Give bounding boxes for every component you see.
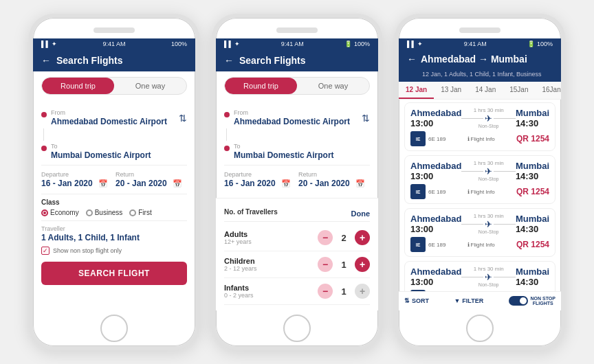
to-field-2[interactable]: To Mumbai Domestic Airport (224, 141, 370, 162)
return-col-2[interactable]: Return 20 - Jan 2020 📅 (298, 171, 370, 188)
economy-label-1: Economy (50, 209, 79, 216)
header-1: ← Search Flights (33, 49, 195, 71)
adults-age: 12+ years (224, 238, 252, 245)
business-radio-1 (86, 209, 93, 216)
back-arrow-2[interactable]: ← (224, 55, 234, 66)
from-field-1[interactable]: From Ahmedabad Domestic Airport ⇅ (41, 107, 187, 128)
search-button-1[interactable]: SEARCH FLIGHT (41, 262, 187, 285)
phone-2: ▌▌ ✦ 9:41 AM 🔋 100% ← Search Flights Rou… (212, 14, 382, 350)
flight-info-link-2[interactable]: ℹ Flight Info (468, 242, 495, 248)
infants-minus-btn[interactable]: − (318, 284, 333, 299)
date-tab-3[interactable]: 15Jan (503, 82, 535, 99)
infants-counter: − 1 + (318, 284, 370, 299)
flight-card-2[interactable]: Ahmedabad 13:00 1 hrs 30 min ✈ Non-Stop (404, 208, 556, 257)
swap-icon-2[interactable]: ⇅ (362, 113, 370, 124)
nonstop-toggle-switch[interactable] (509, 296, 528, 306)
calendar-icon-1: 📅 (98, 179, 108, 188)
flight-dep-0: Ahmedabad 13:00 (410, 108, 461, 128)
business-option-1[interactable]: Business (86, 209, 123, 216)
filter-button[interactable]: ▼ FILTER (454, 296, 483, 306)
adults-counter: − 2 + (318, 230, 370, 245)
trip-toggle-2[interactable]: Round trip One way (224, 77, 370, 95)
check-mark-1: ✓ (43, 247, 48, 254)
flight-dep-3: Ahmedabad 13:00 (410, 266, 461, 287)
airline-info-2: IE 6E 189 (410, 237, 446, 252)
date-tab-0[interactable]: 12 Jan (399, 82, 434, 99)
adults-plus-btn[interactable]: + (355, 230, 370, 245)
flight-route-3: Ahmedabad 13:00 1 hrs 30 min ✈ Non-Stop (410, 266, 549, 287)
airline-badge-0: IE (410, 131, 426, 146)
flight-route-0: Ahmedabad 13:00 1 hrs 30 min ✈ Non-Stop (410, 107, 549, 128)
phones-container: ▌▌ ✦ 9:41 AM 100% ← Search Flights Round… (15, 0, 579, 364)
back-arrow-1[interactable]: ← (41, 55, 51, 66)
info-icon-1: ℹ (468, 189, 470, 195)
flight-card-0[interactable]: Ahmedabad 13:00 1 hrs 30 min ✈ Non-Stop (404, 102, 556, 151)
adults-info: Adults 12+ years (224, 230, 252, 245)
airline-info-0: IE 6E 189 (410, 131, 446, 146)
from-field-2[interactable]: From Ahmedabad Domestic Airport ⇅ (224, 107, 370, 128)
date-tabs: 12 Jan 13 Jan 14 Jan 15Jan 16Jan (399, 82, 561, 100)
flight-arr-2: Mumbai 14:30 (516, 214, 549, 234)
flight-arr-0: Mumbai 14:30 (516, 108, 549, 128)
round-trip-btn-1[interactable]: Round trip (42, 78, 114, 94)
done-button[interactable]: Done (351, 209, 371, 218)
home-button-1[interactable] (100, 315, 128, 342)
departure-value-1: 16 - Jan 2020 (41, 179, 93, 188)
date-tab-2[interactable]: 14 Jan (468, 82, 503, 99)
from-label-2: From (234, 109, 350, 116)
traveller-value-1: 1 Adults, 1 Child, 1 Infant (41, 233, 187, 242)
nonstop-label: NON STOPFLIGHTS (531, 296, 556, 306)
header-3: ← Ahmedabad → Mumbai 12 Jan, 1 Adults, 1… (399, 49, 561, 82)
nonstop-checkbox-1[interactable]: ✓ (41, 247, 50, 255)
calendar-icon-2: 📅 (173, 179, 182, 188)
economy-option-1[interactable]: Economy (41, 209, 79, 216)
checkbox-row-1[interactable]: ✓ Show non stop flight only (41, 247, 187, 255)
home-button-3[interactable] (466, 315, 494, 342)
status-bar-1: ▌▌ ✦ 9:41 AM 100% (33, 38, 195, 49)
date-row-1: Departure 16 - Jan 2020 📅 Return 20 - Ja… (41, 171, 187, 188)
infants-plus-btn[interactable]: + (355, 284, 370, 299)
departure-label-2: Departure (224, 171, 296, 178)
signal-icon-2: ▌▌ ✦ (224, 41, 240, 47)
flight-card-1[interactable]: Ahmedabad 13:00 1 hrs 30 min ✈ Non-Stop (404, 155, 556, 204)
nonstop-toggle[interactable]: NON STOPFLIGHTS (509, 296, 556, 306)
time-3: 9:41 AM (464, 41, 487, 47)
children-plus-btn[interactable]: + (355, 257, 370, 272)
route-section-1: From Ahmedabad Domestic Airport ⇅ To Mum… (41, 104, 187, 166)
class-section-1: Class Economy Business First (41, 194, 187, 216)
return-col-1[interactable]: Return 20 - Jan 2020 📅 (116, 171, 187, 188)
flight-info-link-1[interactable]: ℹ Flight Info (468, 189, 495, 195)
adults-minus-btn[interactable]: − (318, 230, 333, 245)
header-subtitle-3: 12 Jan, 1 Adults, 1 Child, 1 Infant, Bus… (422, 71, 542, 78)
flight-mid-3: 1 hrs 30 min ✈ Non-Stop (461, 266, 515, 287)
to-value-2: Mumbai Domestic Airport (234, 150, 334, 160)
signal-icon-3: ▌▌ ✦ (407, 41, 423, 47)
return-label-2: Return (298, 171, 370, 178)
trip-toggle-1[interactable]: Round trip One way (41, 77, 187, 95)
one-way-btn-2[interactable]: One way (297, 78, 369, 94)
date-tab-4[interactable]: 16Jan (535, 82, 561, 99)
date-tab-1[interactable]: 13 Jan (434, 82, 468, 99)
first-option-1[interactable]: First (129, 209, 151, 216)
header-title-2: Search Flights (239, 55, 305, 66)
departure-col-2[interactable]: Departure 16 - Jan 2020 📅 (224, 171, 296, 188)
battery-2: 🔋 100% (344, 41, 370, 47)
children-minus-btn[interactable]: − (318, 257, 333, 272)
travellers-popup: No. of Travellers Done Adults 12+ years … (216, 198, 378, 310)
one-way-btn-1[interactable]: One way (114, 78, 186, 94)
children-info: Children 2 - 12 years (224, 257, 257, 272)
swap-icon-1[interactable]: ⇅ (179, 113, 187, 124)
round-trip-btn-2[interactable]: Round trip (225, 78, 297, 94)
flight-route-2: Ahmedabad 13:00 1 hrs 30 min ✈ Non-Stop (410, 213, 549, 234)
status-bar-3: ▌▌ ✦ 9:41 AM 🔋 100% (399, 38, 561, 49)
home-button-2[interactable] (283, 315, 311, 342)
flight-info-link-0[interactable]: ℹ Flight Info (468, 136, 495, 142)
infants-row: Infants 0 - 2 years − 1 + (224, 278, 370, 305)
to-field-1[interactable]: To Mumbai Domestic Airport (41, 141, 187, 162)
departure-col-1[interactable]: Departure 16 - Jan 2020 📅 (41, 171, 113, 188)
airline-info-1: IE 6E 189 (410, 184, 446, 199)
back-arrow-3[interactable]: ← (407, 54, 417, 65)
sort-button[interactable]: ⇅ SORT (404, 296, 429, 306)
plane-icon-3: ✈ (485, 272, 492, 282)
flight-card-3[interactable]: Ahmedabad 13:00 1 hrs 30 min ✈ Non-Stop (404, 261, 556, 291)
